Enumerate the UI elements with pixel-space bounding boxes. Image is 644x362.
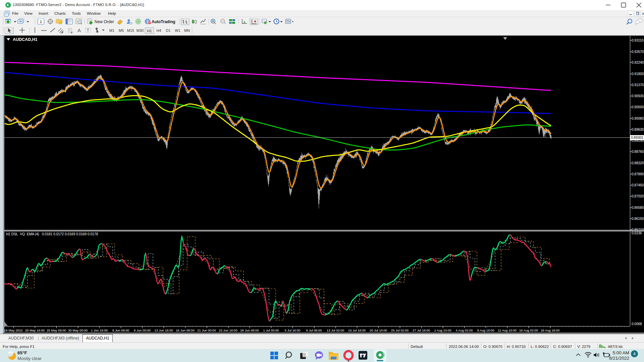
svg-text:0.92670: 0.92670	[632, 50, 644, 54]
svg-text:0.93110: 0.93110	[632, 39, 644, 42]
svg-text:E: E	[62, 31, 63, 34]
svg-text:6 Jun 08:00: 6 Jun 08:00	[112, 328, 129, 332]
svg-text:25 Jul 02:00: 25 Jul 02:00	[391, 328, 409, 332]
svg-text:F: F	[71, 32, 73, 34]
svg-text:1 Jun 16:00: 1 Jun 16:00	[91, 328, 108, 332]
svg-text:13 Jun 16:00: 13 Jun 16:00	[154, 328, 173, 332]
svg-text:0.90060: 0.90060	[632, 117, 644, 120]
svg-text:1 Jul 00:00: 1 Jul 00:00	[263, 328, 279, 332]
svg-text:11 Aug 10:00: 11 Aug 10:00	[498, 328, 517, 332]
svg-text:0.89303: 0.89303	[631, 136, 643, 139]
svg-text:AutoTrading: AutoTrading	[152, 19, 175, 24]
svg-text:5:00 AM: 5:00 AM	[612, 350, 629, 355]
svg-text:16 Aug 02:00: 16 Aug 02:00	[519, 328, 538, 332]
svg-text:0.87890: 0.87890	[632, 172, 644, 176]
svg-text:0.86150: 0.86150	[632, 217, 644, 221]
svg-text:4: 4	[633, 352, 636, 356]
svg-text:AUDCAD,H1: AUDCAD,H1	[13, 37, 38, 42]
svg-text:0.89630: 0.89630	[632, 128, 644, 131]
svg-text:8/21/2022: 8/21/2022	[609, 356, 629, 361]
svg-text:15 Jul 18:00: 15 Jul 18:00	[348, 328, 366, 332]
svg-text:8 Jul 08:00: 8 Jul 08:00	[306, 328, 322, 332]
svg-text:30 May 00:00: 30 May 00:00	[68, 328, 88, 332]
svg-text:20 Jul 10:00: 20 Jul 10:00	[370, 328, 387, 332]
svg-text:21 Jun 00:00: 21 Jun 00:00	[197, 328, 216, 332]
svg-text:A: A	[77, 27, 81, 33]
svg-text:25 May 08:00: 25 May 08:00	[47, 328, 66, 332]
svg-text:Mostly clear: Mostly clear	[17, 356, 42, 361]
svg-text:5 Jul 16:00: 5 Jul 16:00	[285, 328, 301, 332]
svg-text:T: T	[87, 28, 90, 33]
svg-text:0.87450: 0.87450	[632, 183, 644, 187]
svg-text:0.88320: 0.88320	[632, 161, 644, 165]
svg-text:18 Aug 18:00: 18 Aug 18:00	[541, 328, 560, 332]
svg-text:0.91370: 0.91370	[632, 83, 644, 87]
svg-text:1 Aug 10:00: 1 Aug 10:00	[434, 328, 451, 332]
svg-text:28 Jun 08:00: 28 Jun 08:00	[240, 328, 259, 332]
svg-text:23 Jun 16:00: 23 Jun 16:00	[219, 328, 237, 332]
svg-text:0.87020: 0.87020	[632, 194, 644, 198]
svg-text:18 May 2022: 18 May 2022	[4, 328, 22, 332]
svg-text:65°F: 65°F	[17, 350, 27, 355]
svg-text:New Order: New Order	[95, 19, 114, 24]
svg-text:9 Jun 00:00: 9 Jun 00:00	[134, 328, 151, 332]
svg-text:0.0068: 0.0068	[632, 322, 642, 326]
svg-text:H1 DSL VQ EMA (4) 0.0181 0: H1 DSL VQ EMA (4) 0.0181 0.0172 0.0169 0…	[6, 232, 98, 236]
svg-text:0.86580: 0.86580	[632, 206, 644, 209]
svg-text:4 Aug 02:00: 4 Aug 02:00	[455, 328, 473, 332]
svg-text:0.90500: 0.90500	[632, 105, 644, 109]
svg-text:20 May 16:00: 20 May 16:00	[25, 328, 45, 332]
svg-text:0.0236: 0.0236	[632, 231, 642, 235]
svg-text:13 Jul 02:00: 13 Jul 02:00	[327, 328, 344, 332]
svg-text:0.92240: 0.92240	[632, 61, 644, 64]
svg-text:16 Jun 08:00: 16 Jun 08:00	[176, 328, 194, 332]
svg-text:27 Jul 18:00: 27 Jul 18:00	[413, 328, 430, 332]
svg-text:0.91800: 0.91800	[632, 72, 644, 76]
svg-text:8 Aug 18:00: 8 Aug 18:00	[477, 328, 494, 332]
svg-text:0.88760: 0.88760	[632, 150, 644, 154]
svg-text:0.90930: 0.90930	[632, 94, 644, 98]
